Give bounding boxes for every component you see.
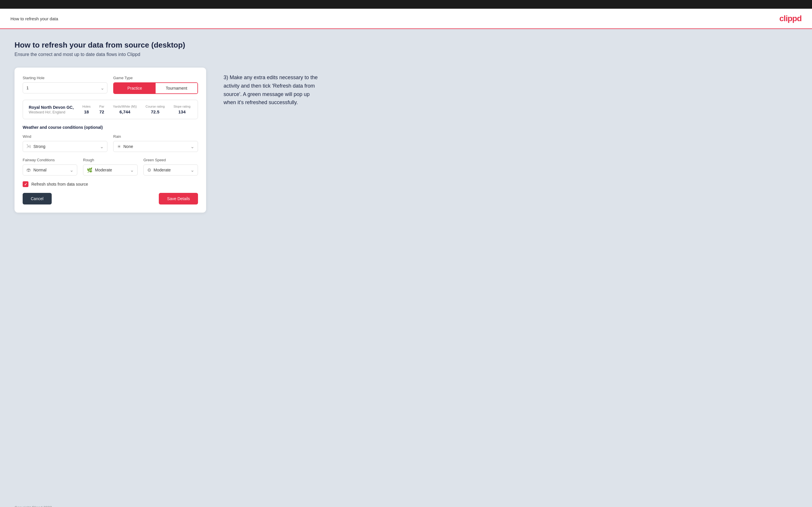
holes-value: 18 — [83, 109, 91, 114]
check-icon: ✓ — [24, 182, 27, 186]
course-location: Westward Ho!, England — [29, 110, 74, 114]
rain-dropdown-wrapper: ☀ None ⌄ — [113, 141, 198, 152]
wind-icon: 🌬 — [27, 144, 31, 149]
wind-group: Wind 🌬 Strong ⌄ — [22, 134, 107, 152]
starting-hole-select-wrapper: 1 ⌄ — [22, 82, 107, 94]
rough-label: Rough — [83, 158, 138, 162]
par-label: Par — [99, 105, 104, 108]
rain-select[interactable]: None — [123, 141, 188, 152]
course-rating-label: Course rating — [145, 105, 165, 108]
par-stat: Par 72 — [99, 105, 104, 114]
holes-label: Holes — [83, 105, 91, 108]
game-type-toggle: Practice Tournament — [113, 82, 198, 94]
form-card: Starting Hole 1 ⌄ Game Type Practice Tou… — [14, 68, 206, 213]
fairway-arrow-icon: ⌄ — [70, 167, 73, 173]
game-type-group: Game Type Practice Tournament — [113, 76, 198, 94]
logo: clippd — [779, 14, 802, 23]
green-speed-group: Green Speed ⚙ Moderate ⌄ — [143, 158, 198, 175]
content-area: Starting Hole 1 ⌄ Game Type Practice Tou… — [14, 68, 798, 213]
conditions-row: Fairway Conditions 🏟 Normal ⌄ Rough 🌿 — [22, 158, 198, 175]
refresh-checkbox[interactable]: ✓ — [22, 181, 29, 187]
course-info-box: Royal North Devon GC, Westward Ho!, Engl… — [22, 100, 198, 119]
side-text-paragraph: 3) Make any extra edits necessary to the… — [223, 73, 322, 107]
starting-hole-select[interactable]: 1 — [23, 83, 107, 93]
wind-select[interactable]: Strong — [33, 141, 98, 152]
top-bar — [0, 0, 812, 9]
rain-label: Rain — [113, 134, 198, 138]
rough-dropdown-wrapper: 🌿 Moderate ⌄ — [83, 164, 138, 175]
refresh-label: Refresh shots from data source — [31, 182, 88, 186]
page-title: How to refresh your data from source (de… — [14, 41, 798, 50]
rain-group: Rain ☀ None ⌄ — [113, 134, 198, 152]
par-value: 72 — [99, 109, 104, 114]
fairway-dropdown-wrapper: 🏟 Normal ⌄ — [22, 164, 77, 175]
rough-arrow-icon: ⌄ — [130, 167, 134, 173]
green-speed-icon: ⚙ — [147, 167, 151, 173]
green-speed-arrow-icon: ⌄ — [191, 167, 194, 173]
button-row: Cancel Save Details — [22, 193, 198, 205]
starting-hole-label: Starting Hole — [22, 76, 107, 80]
course-rating-stat: Course rating 72.5 — [145, 105, 165, 114]
fairway-group: Fairway Conditions 🏟 Normal ⌄ — [22, 158, 77, 175]
fairway-select[interactable]: Normal — [33, 165, 67, 175]
fairway-icon: 🏟 — [27, 167, 31, 173]
yards-value: 6,744 — [113, 109, 137, 114]
wind-arrow-icon: ⌄ — [100, 144, 104, 149]
refresh-checkbox-row: ✓ Refresh shots from data source — [22, 181, 198, 187]
yards-label: Yards/White (M)) — [113, 105, 137, 108]
main-content: How to refresh your data from source (de… — [0, 29, 812, 501]
wind-rain-row: Wind 🌬 Strong ⌄ Rain ☀ None — [22, 134, 198, 152]
page-subtitle: Ensure the correct and most up to date d… — [14, 52, 798, 57]
game-type-label: Game Type — [113, 76, 198, 80]
cancel-button[interactable]: Cancel — [22, 193, 52, 205]
green-speed-select[interactable]: Moderate — [154, 165, 188, 175]
weather-section-title: Weather and course conditions (optional) — [22, 125, 198, 130]
wind-dropdown-wrapper: 🌬 Strong ⌄ — [22, 141, 107, 152]
yards-stat: Yards/White (M)) 6,744 — [113, 105, 137, 114]
green-speed-label: Green Speed — [143, 158, 198, 162]
header: How to refresh your data clippd — [0, 9, 812, 29]
rough-select[interactable]: Moderate — [95, 165, 128, 175]
holes-stat: Holes 18 — [83, 105, 91, 114]
header-title: How to refresh your data — [10, 16, 58, 21]
course-name-group: Royal North Devon GC, Westward Ho!, Engl… — [29, 105, 74, 114]
copyright-text: Copyright Clippd 2022 — [14, 505, 52, 507]
course-name: Royal North Devon GC, — [29, 105, 74, 110]
slope-rating-stat: Slope rating 134 — [173, 105, 191, 114]
slope-rating-label: Slope rating — [173, 105, 191, 108]
rough-group: Rough 🌿 Moderate ⌄ — [83, 158, 138, 175]
save-button[interactable]: Save Details — [159, 193, 198, 205]
slope-rating-value: 134 — [173, 109, 191, 114]
practice-button[interactable]: Practice — [114, 83, 156, 94]
form-top-row: Starting Hole 1 ⌄ Game Type Practice Tou… — [22, 76, 198, 94]
rain-icon: ☀ — [117, 144, 121, 149]
footer: Copyright Clippd 2022 — [0, 501, 812, 507]
starting-hole-group: Starting Hole 1 ⌄ — [22, 76, 107, 94]
course-rating-value: 72.5 — [145, 109, 165, 114]
fairway-label: Fairway Conditions — [22, 158, 77, 162]
tournament-button[interactable]: Tournament — [156, 83, 197, 94]
rough-icon: 🌿 — [87, 167, 93, 173]
wind-label: Wind — [22, 134, 107, 138]
green-speed-dropdown-wrapper: ⚙ Moderate ⌄ — [143, 164, 198, 175]
side-text-block: 3) Make any extra edits necessary to the… — [223, 68, 322, 107]
rain-arrow-icon: ⌄ — [191, 144, 194, 149]
